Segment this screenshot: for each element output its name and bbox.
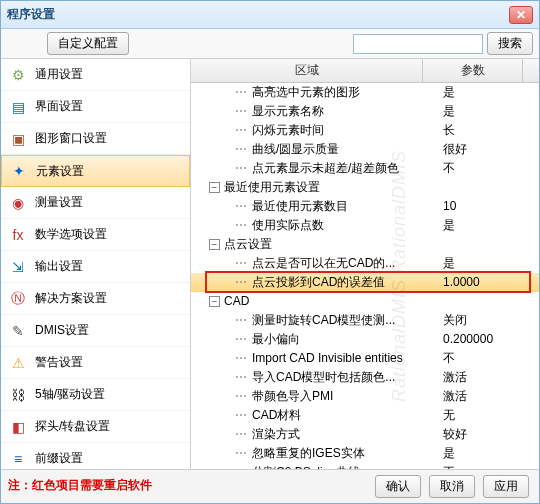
tree-row[interactable]: ⋯测量时旋转CAD模型使测...关闭 [191, 311, 539, 330]
row-name: ⋯点云是否可以在无CAD的... [191, 254, 439, 273]
tree-row[interactable]: ⋯点云投影到CAD的误差值1.0000 [191, 273, 539, 292]
collapse-icon[interactable]: − [209, 239, 220, 250]
tree-group[interactable]: −CAD [191, 292, 539, 311]
tree-row[interactable]: ⋯最近使用元素数目10 [191, 197, 539, 216]
ok-button[interactable]: 确认 [375, 475, 421, 498]
row-name: ⋯高亮选中元素的图形 [191, 83, 439, 102]
row-name: ⋯使用实际点数 [191, 216, 439, 235]
tree-row[interactable]: ⋯分割C0 BSpline曲线不 [191, 463, 539, 469]
tree-group[interactable]: −点云设置 [191, 235, 539, 254]
tree-row[interactable]: ⋯曲线/圆显示质量很好 [191, 140, 539, 159]
sidebar-icon: fx [9, 226, 27, 244]
sidebar-icon: ✎ [9, 322, 27, 340]
sidebar-icon: ≡ [9, 450, 27, 468]
sidebar-icon: ▣ [9, 130, 27, 148]
search-input[interactable] [353, 34, 483, 54]
tree-row[interactable]: ⋯导入CAD模型时包括颜色...激活 [191, 368, 539, 387]
sidebar-item-7[interactable]: Ⓝ解决方案设置 [1, 283, 190, 315]
tree-row[interactable]: ⋯带颜色导入PMI激活 [191, 387, 539, 406]
sidebar-icon: ✦ [10, 162, 28, 180]
sidebar-item-label: 警告设置 [35, 354, 83, 371]
tree-body[interactable]: RationalDMIS RationalDMIS ⋯高亮选中元素的图形是⋯显示… [191, 83, 539, 469]
search-button[interactable]: 搜索 [487, 32, 533, 55]
row-name: ⋯带颜色导入PMI [191, 387, 439, 406]
column-header-value[interactable]: 参数 [423, 59, 523, 82]
sidebar-item-0[interactable]: ⚙通用设置 [1, 59, 190, 91]
sidebar-item-label: 输出设置 [35, 258, 83, 275]
row-value: 不 [439, 159, 539, 178]
sidebar-item-label: 通用设置 [35, 66, 83, 83]
sidebar-item-label: 数学选项设置 [35, 226, 107, 243]
apply-button[interactable]: 应用 [483, 475, 529, 498]
row-name: ⋯分割C0 BSpline曲线 [191, 463, 439, 469]
sidebar-item-2[interactable]: ▣图形窗口设置 [1, 123, 190, 155]
sidebar-item-8[interactable]: ✎DMIS设置 [1, 315, 190, 347]
row-name: −点云设置 [191, 235, 439, 254]
sidebar-item-12[interactable]: ≡前缀设置 [1, 443, 190, 469]
sidebar-icon: ⇲ [9, 258, 27, 276]
sidebar-item-6[interactable]: ⇲输出设置 [1, 251, 190, 283]
tree-row[interactable]: ⋯点元素显示未超差/超差颜色不 [191, 159, 539, 178]
row-value: 激活 [439, 368, 539, 387]
collapse-icon[interactable]: − [209, 182, 220, 193]
sidebar-item-label: 界面设置 [35, 98, 83, 115]
sidebar-item-label: 前缀设置 [35, 450, 83, 467]
sidebar-item-4[interactable]: ◉测量设置 [1, 187, 190, 219]
sidebar-icon: ⛓ [9, 386, 27, 404]
window-title: 程序设置 [7, 6, 55, 23]
sidebar-item-label: 探头/转盘设置 [35, 418, 110, 435]
settings-window: 程序设置 ✕ 自定义配置 搜索 ⚙通用设置▤界面设置▣图形窗口设置✦元素设置◉测… [0, 0, 540, 504]
row-name: ⋯点元素显示未超差/超差颜色 [191, 159, 439, 178]
sidebar-item-label: 图形窗口设置 [35, 130, 107, 147]
sidebar-item-label: DMIS设置 [35, 322, 89, 339]
row-name: ⋯Import CAD Invisible entities [191, 349, 439, 368]
toolbar: 自定义配置 搜索 [1, 29, 539, 59]
row-value: 是 [439, 102, 539, 121]
row-name: ⋯闪烁元素时间 [191, 121, 439, 140]
tree-row[interactable]: ⋯闪烁元素时间长 [191, 121, 539, 140]
cancel-button[interactable]: 取消 [429, 475, 475, 498]
row-name: ⋯导入CAD模型时包括颜色... [191, 368, 439, 387]
sidebar-item-label: 元素设置 [36, 163, 84, 180]
row-name: ⋯渲染方式 [191, 425, 439, 444]
sidebar-item-9[interactable]: ⚠警告设置 [1, 347, 190, 379]
row-name: ⋯最近使用元素数目 [191, 197, 439, 216]
tree-group[interactable]: −最近使用元素设置 [191, 178, 539, 197]
sidebar-item-10[interactable]: ⛓5轴/驱动设置 [1, 379, 190, 411]
row-value: 是 [439, 83, 539, 102]
tree-row[interactable]: ⋯点云是否可以在无CAD的...是 [191, 254, 539, 273]
sidebar-item-11[interactable]: ◧探头/转盘设置 [1, 411, 190, 443]
sidebar-icon: ⚠ [9, 354, 27, 372]
row-name: −CAD [191, 292, 439, 311]
row-value: 是 [439, 216, 539, 235]
row-name: ⋯忽略重复的IGES实体 [191, 444, 439, 463]
tree-header: 区域 参数 [191, 59, 539, 83]
row-value: 0.200000 [439, 330, 539, 349]
row-value: 不 [439, 463, 539, 469]
tree-row[interactable]: ⋯CAD材料无 [191, 406, 539, 425]
tree-row[interactable]: ⋯最小偏向0.200000 [191, 330, 539, 349]
tree-row[interactable]: ⋯使用实际点数是 [191, 216, 539, 235]
sidebar: ⚙通用设置▤界面设置▣图形窗口设置✦元素设置◉测量设置fx数学选项设置⇲输出设置… [1, 59, 191, 469]
sidebar-item-3[interactable]: ✦元素设置 [1, 155, 190, 187]
content: ⚙通用设置▤界面设置▣图形窗口设置✦元素设置◉测量设置fx数学选项设置⇲输出设置… [1, 59, 539, 469]
tree-row[interactable]: ⋯Import CAD Invisible entities不 [191, 349, 539, 368]
custom-config-button[interactable]: 自定义配置 [47, 32, 129, 55]
column-header-name[interactable]: 区域 [191, 59, 423, 82]
row-name: ⋯显示元素名称 [191, 102, 439, 121]
close-button[interactable]: ✕ [509, 6, 533, 24]
tree-row[interactable]: ⋯显示元素名称是 [191, 102, 539, 121]
row-value: 长 [439, 121, 539, 140]
row-name: −最近使用元素设置 [191, 178, 439, 197]
close-icon: ✕ [516, 8, 526, 22]
sidebar-item-label: 测量设置 [35, 194, 83, 211]
collapse-icon[interactable]: − [209, 296, 220, 307]
sidebar-item-5[interactable]: fx数学选项设置 [1, 219, 190, 251]
row-value: 1.0000 [439, 273, 539, 292]
tree-row[interactable]: ⋯高亮选中元素的图形是 [191, 83, 539, 102]
sidebar-item-1[interactable]: ▤界面设置 [1, 91, 190, 123]
tree-row[interactable]: ⋯忽略重复的IGES实体是 [191, 444, 539, 463]
sidebar-icon: Ⓝ [9, 290, 27, 308]
sidebar-icon: ◉ [9, 194, 27, 212]
tree-row[interactable]: ⋯渲染方式较好 [191, 425, 539, 444]
